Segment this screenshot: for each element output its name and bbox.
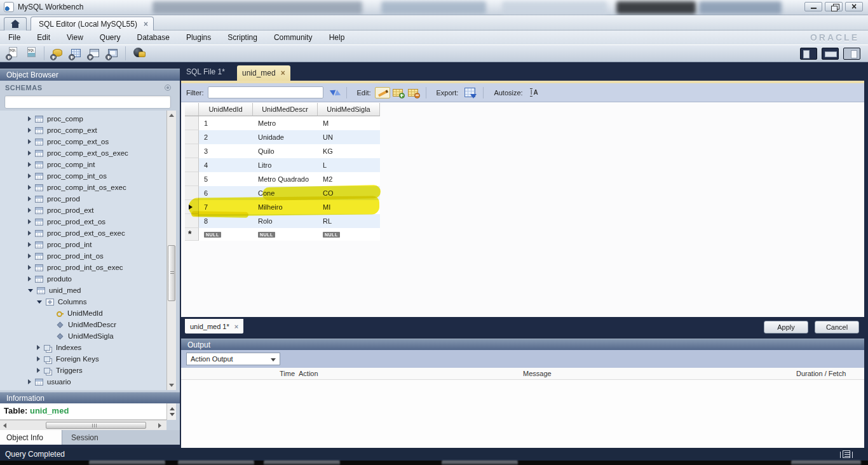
tree-item-proc_comp_ext_os[interactable]: proc_comp_ext_os: [0, 136, 166, 147]
delete-row-icon[interactable]: [408, 89, 418, 97]
toggle-right-panel-button[interactable]: [843, 48, 860, 60]
tree-item-proc_prod_ext_os[interactable]: proc_prod_ext_os: [0, 216, 166, 227]
col-header-unidmedid[interactable]: UnidMedId: [199, 103, 253, 116]
new-sql-tab-button[interactable]: SQL: [5, 46, 20, 60]
schema-search-input[interactable]: [4, 95, 171, 109]
table-row[interactable]: 8RoloRL: [185, 214, 380, 228]
close-button[interactable]: [845, 2, 863, 11]
tree-item-foreign-keys[interactable]: Foreign Keys: [0, 353, 166, 365]
table-icon: [35, 196, 43, 203]
tree-item-produto[interactable]: produto: [0, 273, 166, 285]
tab-sql-file[interactable]: SQL File 1*: [186, 67, 225, 76]
create-view-button[interactable]: [86, 46, 102, 60]
menu-help[interactable]: Help: [321, 30, 353, 44]
connection-info-icon[interactable]: [131, 46, 146, 60]
tree-item-proc_comp_ext[interactable]: proc_comp_ext: [0, 125, 166, 136]
menu-query[interactable]: Query: [92, 30, 129, 44]
col-header-unidmeddescr[interactable]: UnidMedDescr: [253, 103, 318, 116]
tree-item-proc_prod_int[interactable]: proc_prod_int: [0, 239, 166, 250]
output-view-select[interactable]: Action Output: [186, 353, 280, 365]
menu-database[interactable]: Database: [129, 30, 178, 44]
tree-item-proc_prod[interactable]: proc_prod: [0, 193, 166, 205]
menu-view[interactable]: View: [58, 30, 92, 44]
col-header-unidmedsigla[interactable]: UnidMedSigla: [318, 103, 380, 116]
table-row[interactable]: 6ConeCO: [185, 186, 380, 200]
scroll-left-icon[interactable]: [3, 423, 6, 428]
scroll-up-icon[interactable]: [169, 114, 174, 117]
create-schema-button[interactable]: [50, 46, 65, 60]
create-routine-button[interactable]: [105, 46, 120, 60]
tree-item-indexes[interactable]: Indexes: [0, 342, 166, 353]
apply-button[interactable]: Apply: [764, 321, 808, 334]
menu-plugins[interactable]: Plugins: [178, 30, 219, 44]
toggle-sidebar-panel-button[interactable]: [800, 48, 817, 60]
oracle-logo: ORACLE: [810, 32, 859, 43]
tab-unid-med[interactable]: unid_med ×: [237, 65, 290, 81]
tab-close-icon[interactable]: ×: [144, 20, 148, 29]
tree-item-proc_prod_int_os[interactable]: proc_prod_int_os: [0, 250, 166, 262]
tree-item-proc_comp_int[interactable]: proc_comp_int: [0, 159, 166, 170]
scrollbar-thumb[interactable]: [168, 245, 175, 301]
autosize-columns-icon[interactable]: IA: [529, 88, 539, 97]
insert-row-icon[interactable]: [393, 89, 403, 97]
edit-label: Edit:: [352, 89, 375, 97]
tree-item-proc_comp_int_os_exec[interactable]: proc_comp_int_os_exec: [0, 182, 166, 193]
menu-edit[interactable]: Edit: [29, 30, 58, 44]
new-row-placeholder[interactable]: * NULL NULL NULL: [185, 228, 380, 241]
tree-item-unid_med[interactable]: unid_med: [0, 285, 166, 296]
status-log-icon[interactable]: [843, 450, 850, 458]
scrollbar-thumb[interactable]: [46, 422, 146, 429]
schema-tree: proc_comp proc_comp_ext proc_comp_ext_os…: [0, 111, 166, 390]
tree-item-proc_comp_int_os[interactable]: proc_comp_int_os: [0, 170, 166, 182]
filter-input[interactable]: [208, 86, 323, 98]
edit-record-icon[interactable]: [375, 87, 390, 98]
info-horizontal-scrollbar[interactable]: [0, 420, 166, 430]
tab-close-icon[interactable]: ×: [234, 323, 238, 330]
minimize-button[interactable]: [804, 2, 822, 11]
table-row[interactable]: 5Metro QuadradoM2: [185, 172, 380, 186]
menu-file[interactable]: File: [0, 30, 29, 44]
information-header: Information: [0, 392, 180, 403]
toggle-output-panel-button[interactable]: [822, 48, 839, 60]
table-row[interactable]: 2UnidadeUN: [185, 130, 380, 144]
open-sql-script-button[interactable]: SQL: [24, 46, 39, 60]
menu-scripting[interactable]: Scripting: [219, 30, 266, 44]
tree-item-proc_prod_ext_os_exec[interactable]: proc_prod_ext_os_exec: [0, 227, 166, 239]
tree-item-triggers[interactable]: Triggers: [0, 365, 166, 376]
tree-item-unidmeddescr[interactable]: UnidMedDescr: [0, 319, 166, 330]
tree-vertical-scrollbar[interactable]: [166, 111, 176, 390]
create-table-button[interactable]: [68, 46, 83, 60]
table-row[interactable]: 1MetroM: [185, 116, 380, 130]
blurred-taskbar-item: [153, 1, 362, 14]
tab-sql-editor[interactable]: SQL Editor (Local MySQL55) ×: [31, 17, 154, 30]
tree-item-proc_prod_int_os_exec[interactable]: proc_prod_int_os_exec: [0, 262, 166, 273]
tree-item-usuario[interactable]: usuario: [0, 376, 166, 388]
tree-item-columns[interactable]: Columns: [0, 296, 166, 307]
scroll-down-icon[interactable]: [169, 384, 174, 387]
export-recordset-icon[interactable]: [465, 88, 475, 97]
table-row-highlighted[interactable]: 7MilheiroMI: [185, 200, 380, 214]
tree-item-unidmedsigla[interactable]: UnidMedSigla: [0, 330, 166, 342]
refresh-icon[interactable]: [330, 88, 341, 97]
tree-item-proc_comp_ext_os_exec[interactable]: proc_comp_ext_os_exec: [0, 147, 166, 159]
table-icon: [35, 219, 43, 226]
tab-object-info[interactable]: Object Info: [0, 430, 62, 445]
tab-close-icon[interactable]: ×: [281, 69, 285, 78]
menu-community[interactable]: Community: [266, 30, 321, 44]
tree-item-proc_comp[interactable]: proc_comp: [0, 113, 166, 125]
tree-item-unidmedid[interactable]: UnidMedId: [0, 307, 166, 319]
cancel-button[interactable]: Cancel: [815, 321, 859, 334]
home-tab[interactable]: [4, 17, 27, 30]
spinner-up-icon[interactable]: [170, 407, 175, 410]
tab-session[interactable]: Session: [71, 430, 98, 445]
info-scroll-spinner[interactable]: [166, 403, 176, 420]
result-tab-unid-med[interactable]: unid_med 1* ×: [185, 319, 243, 334]
result-tab-strip: unid_med 1* × Apply Cancel: [181, 317, 864, 337]
restore-button[interactable]: [825, 2, 843, 11]
schema-filter-icon[interactable]: [165, 84, 171, 91]
table-row[interactable]: 3QuiloKG: [185, 144, 380, 158]
scroll-right-icon[interactable]: [158, 423, 161, 428]
table-row[interactable]: 4LitroL: [185, 158, 380, 172]
tree-item-proc_prod_ext[interactable]: proc_prod_ext: [0, 205, 166, 216]
spinner-down-icon[interactable]: [170, 413, 175, 416]
